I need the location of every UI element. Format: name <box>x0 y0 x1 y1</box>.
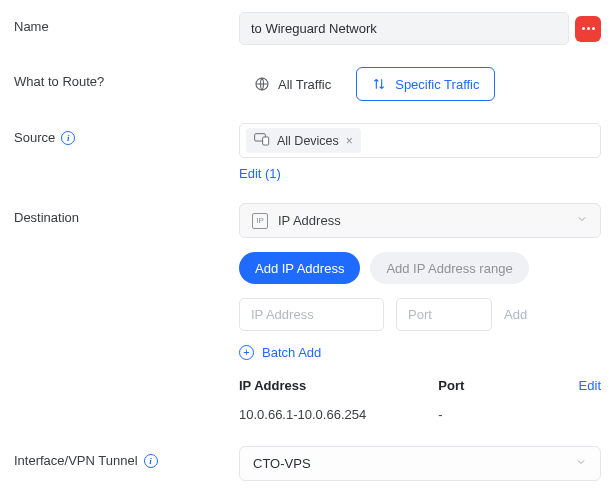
interface-value: CTO-VPS <box>253 456 311 471</box>
row-source: Source All Devices × Edit (1) <box>14 123 601 181</box>
dots-horizontal-icon <box>582 27 595 30</box>
source-chip-all-devices: All Devices × <box>246 128 361 153</box>
source-input[interactable]: All Devices × <box>239 123 601 158</box>
table-edit-link[interactable]: Edit <box>579 378 601 393</box>
globe-icon <box>254 76 270 92</box>
ip-icon: IP <box>252 213 268 229</box>
devices-icon <box>254 132 270 149</box>
destination-type-select[interactable]: IP IP Address <box>239 203 601 238</box>
chip-remove-icon[interactable]: × <box>346 134 353 148</box>
row-route: What to Route? All Traffic Specific Traf… <box>14 67 601 101</box>
chevron-down-icon <box>576 213 588 228</box>
col-port-header: Port <box>438 378 561 393</box>
route-option-specific[interactable]: Specific Traffic <box>356 67 494 101</box>
label-source: Source <box>14 123 239 145</box>
add-entry-button[interactable]: Add <box>504 307 527 322</box>
info-icon[interactable] <box>144 454 158 468</box>
info-icon[interactable] <box>61 131 75 145</box>
svg-rect-2 <box>263 137 269 145</box>
route-option-all-label: All Traffic <box>278 77 331 92</box>
label-route: What to Route? <box>14 67 239 89</box>
cell-port: - <box>438 407 561 422</box>
plus-circle-icon <box>239 345 254 360</box>
add-ip-address-button[interactable]: Add IP Address <box>239 252 360 284</box>
route-option-all[interactable]: All Traffic <box>239 67 346 101</box>
row-destination: Destination IP IP Address Add IP Address <box>14 203 601 424</box>
interface-select[interactable]: CTO-VPS <box>239 446 601 481</box>
label-interface: Interface/VPN Tunnel <box>14 446 239 468</box>
route-form: Name What to Route? All Traffic <box>0 0 611 500</box>
source-chip-label: All Devices <box>277 134 339 148</box>
label-route-text: What to Route? <box>14 74 104 89</box>
label-name: Name <box>14 12 239 34</box>
label-destination: Destination <box>14 203 239 225</box>
label-destination-text: Destination <box>14 210 79 225</box>
route-option-specific-label: Specific Traffic <box>395 77 479 92</box>
label-name-text: Name <box>14 19 49 34</box>
source-edit-link[interactable]: Edit (1) <box>239 166 281 181</box>
add-ip-address-label: Add IP Address <box>255 261 344 276</box>
ip-address-input[interactable] <box>239 298 384 331</box>
ip-table: IP Address Port Edit 10.0.66.1-10.0.66.2… <box>239 374 601 424</box>
overflow-menu-button[interactable] <box>575 16 601 42</box>
name-input[interactable] <box>239 12 569 45</box>
col-ip-header: IP Address <box>239 378 438 393</box>
chevron-down-icon <box>575 456 587 471</box>
row-interface: Interface/VPN Tunnel CTO-VPS <box>14 446 601 481</box>
row-name: Name <box>14 12 601 45</box>
table-row: 10.0.66.1-10.0.66.254 - <box>239 397 601 424</box>
port-input[interactable] <box>396 298 492 331</box>
destination-type-label: IP Address <box>278 213 341 228</box>
cell-ip: 10.0.66.1-10.0.66.254 <box>239 407 438 422</box>
batch-add-label: Batch Add <box>262 345 321 360</box>
add-ip-range-button[interactable]: Add IP Address range <box>370 252 528 284</box>
ip-table-header: IP Address Port Edit <box>239 374 601 397</box>
arrows-vertical-icon <box>371 76 387 92</box>
add-ip-range-label: Add IP Address range <box>386 261 512 276</box>
batch-add-button[interactable]: Batch Add <box>239 345 601 360</box>
label-source-text: Source <box>14 130 55 145</box>
label-interface-text: Interface/VPN Tunnel <box>14 453 138 468</box>
